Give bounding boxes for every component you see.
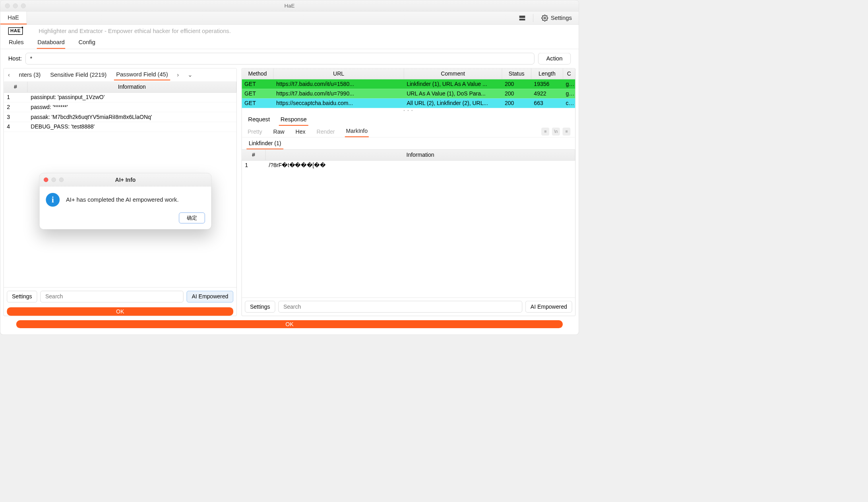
settings-button-right[interactable]: Settings — [245, 301, 275, 312]
dialog-titlebar: AI+ Info — [39, 173, 211, 187]
request-row[interactable]: GEThttps://seccaptcha.baidu.com...All UR… — [242, 98, 575, 108]
view-raw[interactable]: Raw — [272, 126, 285, 137]
host-label: Host: — [8, 55, 22, 62]
dialog-actions: 确定 — [39, 210, 211, 230]
col-method[interactable]: Method — [242, 68, 273, 79]
search-input-right[interactable] — [278, 301, 522, 312]
view-hex[interactable]: Hex — [294, 126, 306, 137]
subtab-linkfinder[interactable]: Linkfinder (1) — [246, 139, 283, 150]
cell-length: 663 — [531, 98, 563, 108]
action-button[interactable]: Action — [538, 53, 571, 64]
dialog-maximize-icon[interactable] — [59, 177, 64, 182]
request-row[interactable]: GEThttps://t7.baidu.com/it/u=7990...URL … — [242, 89, 575, 98]
tagline: Highlighter and Extractor - Empower ethi… — [39, 27, 231, 34]
cell-info: passinput: 'passinput_1VzwO' — [27, 93, 236, 102]
info-icon: i — [46, 193, 60, 207]
table-row[interactable]: 1passinput: 'passinput_1VzwO' — [4, 93, 236, 103]
window-title: HaE — [0, 3, 579, 9]
cell-comment: Linkfinder (1), URL As A Value ... — [404, 79, 502, 89]
ai-empowered-button-left[interactable]: AI Empowered — [187, 291, 233, 302]
field-tab-password[interactable]: Password Field (45) — [114, 70, 170, 80]
right-inner-header: # Information — [242, 150, 575, 161]
sub-tab-row: Linkfinder (1) — [242, 138, 575, 150]
cell-method: GET — [242, 79, 273, 89]
reqres-tabs: Request Response — [242, 113, 575, 126]
cell-color: cya — [563, 98, 575, 108]
close-window-icon[interactable] — [5, 3, 10, 8]
tab-config[interactable]: Config — [78, 37, 96, 49]
ri-col-idx[interactable]: # — [242, 150, 265, 160]
dialog-minimize-icon[interactable] — [51, 177, 56, 182]
split-handle[interactable]: • • • — [242, 108, 575, 113]
minimize-window-icon[interactable] — [13, 3, 18, 8]
tabs-dropdown-icon[interactable]: ⌄ — [186, 72, 194, 78]
field-tab-sensitive[interactable]: Sensitive Field (2219) — [48, 70, 109, 80]
wrap-lines-icon[interactable]: ≡ — [541, 127, 549, 135]
divider — [533, 14, 533, 22]
dialog-message: AI+ has completed the AI empowered work. — [66, 197, 178, 203]
tab-databoard[interactable]: Databoard — [37, 37, 65, 49]
cell-status: 200 — [502, 89, 531, 98]
right-bottom-controls: Settings AI Empowered — [242, 298, 575, 316]
col-url[interactable]: URL — [273, 68, 404, 79]
global-ok-bar[interactable]: OK — [16, 320, 563, 328]
tab-rules[interactable]: Rules — [8, 37, 24, 49]
cell-idx: 2 — [4, 102, 27, 112]
view-mode-icon[interactable] — [519, 16, 525, 20]
cell-color: gre — [563, 89, 575, 98]
col-color[interactable]: C — [563, 68, 575, 79]
left-ok-bar[interactable]: OK — [7, 307, 233, 315]
col-information[interactable]: Information — [27, 82, 236, 92]
view-render[interactable]: Render — [316, 126, 336, 137]
host-row: Host: Action — [0, 49, 579, 68]
maximize-window-icon[interactable] — [21, 3, 26, 8]
settings-button[interactable]: Settings — [541, 14, 572, 21]
request-table-header: Method URL Comment Status Length C — [242, 68, 575, 79]
hamburger-icon[interactable]: ≡ — [562, 127, 570, 135]
tabs-scroll-right-icon[interactable]: › — [175, 72, 180, 78]
tab-request[interactable]: Request — [246, 115, 271, 126]
dialog-title: AI+ Info — [39, 177, 211, 183]
secondary-tabs: Rules Databoard Config — [0, 37, 579, 49]
view-markinfo[interactable]: MarkInfo — [345, 126, 369, 137]
tab-hae[interactable]: HaE — [0, 12, 27, 25]
cell-color: gre — [563, 79, 575, 89]
cell-info: passwd: '******' — [27, 102, 236, 112]
table-row[interactable]: 4DEBUG_PASS: 'test8888' — [4, 122, 236, 132]
cell-url: https://seccaptcha.baidu.com... — [273, 98, 404, 108]
col-length[interactable]: Length — [531, 68, 563, 79]
view-pretty[interactable]: Pretty — [246, 126, 263, 137]
cell-idx: 4 — [4, 122, 27, 132]
cell-status: 200 — [502, 79, 531, 89]
inner-row[interactable]: 1/?8rF�t����[�� — [242, 161, 575, 170]
left-bottom-controls: Settings AI Empowered — [4, 287, 236, 305]
cell-idx: 1 — [242, 161, 265, 170]
titlebar: HaE — [0, 0, 579, 12]
settings-button-left[interactable]: Settings — [7, 291, 37, 302]
col-idx[interactable]: # — [4, 82, 27, 92]
branding-row: HAE Highlighter and Extractor - Empower … — [0, 25, 579, 37]
table-row[interactable]: 2passwd: '******' — [4, 102, 236, 112]
table-row[interactable]: 3passak: 'M7bcdh2k6uqtYV5miaRiI8m8x6LlaO… — [4, 112, 236, 122]
search-input-left[interactable] — [40, 291, 183, 302]
col-status[interactable]: Status — [502, 68, 531, 79]
cell-comment: URL As A Value (1), DoS Para... — [404, 89, 502, 98]
dialog-body: i AI+ has completed the AI empowered wor… — [39, 187, 211, 210]
window-controls — [5, 3, 26, 8]
ai-empowered-button-right[interactable]: AI Empowered — [525, 301, 572, 312]
host-input[interactable] — [25, 53, 534, 64]
tab-response[interactable]: Response — [279, 115, 308, 126]
cell-info: DEBUG_PASS: 'test8888' — [27, 122, 236, 132]
cell-url: https://t7.baidu.com/it/u=7990... — [273, 89, 404, 98]
tabs-scroll-left-icon[interactable]: ‹ — [6, 72, 12, 78]
settings-label: Settings — [551, 14, 572, 21]
show-whitespace-icon[interactable]: \n — [552, 127, 560, 135]
dialog-ok-button[interactable]: 确定 — [179, 212, 205, 223]
request-row[interactable]: GEThttps://t7.baidu.com/it/u=1580...Link… — [242, 79, 575, 89]
ri-col-info[interactable]: Information — [265, 150, 575, 160]
field-tab-truncated[interactable]: nters (3) — [17, 70, 43, 80]
dialog-close-icon[interactable] — [44, 177, 48, 182]
cell-length: 19356 — [531, 79, 563, 89]
right-inner-body: 1/?8rF�t����[�� — [242, 161, 575, 298]
col-comment[interactable]: Comment — [404, 68, 502, 79]
